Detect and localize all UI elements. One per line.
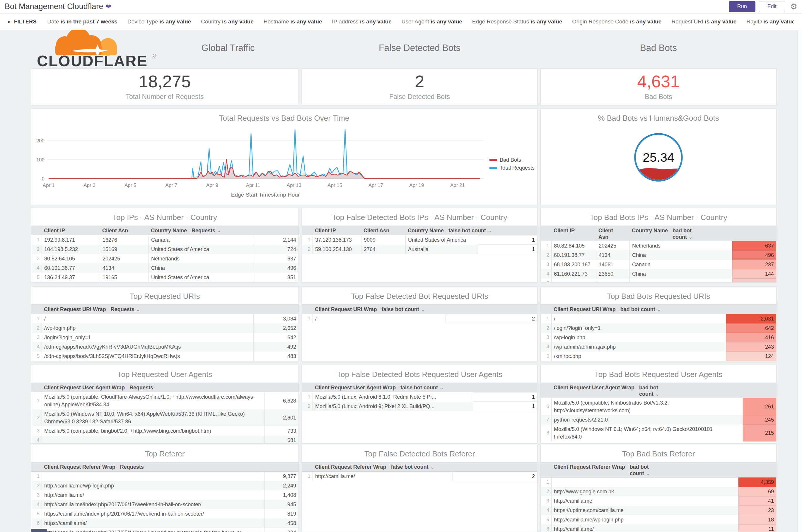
- table-row[interactable]: 2/wp-login.php2,652: [31, 323, 299, 333]
- column-header[interactable]: Requests ⌄: [108, 305, 153, 314]
- table-row[interactable]: 2104.198.5.23215169United States of Amer…: [31, 245, 299, 254]
- scrollbar-thumb[interactable]: [31, 529, 47, 532]
- gear-icon[interactable]: ⚙: [790, 2, 797, 12]
- vertical-scrollbar-track[interactable]: [798, 30, 802, 532]
- filter-condition: is any value: [431, 18, 462, 25]
- table-row[interactable]: 7http://camilia.me/index.php/2017/05/14/…: [31, 528, 299, 532]
- table-row[interactable]: 8Mozilla/5.0 (Windows NT 6.1; Win64; x64…: [541, 424, 776, 441]
- table-row[interactable]: 4http://camilia.me/index.php/2017/06/17/…: [31, 500, 299, 509]
- table-row[interactable]: 5136.24.49.3719165United States of Ameri…: [31, 273, 299, 282]
- table-row[interactable]: 3/wp-login.php416: [541, 333, 776, 342]
- table-title: Top Bad Bots IPs - AS Number - Country: [541, 208, 776, 226]
- table-row[interactable]: 3http://camilia.me41: [541, 496, 776, 506]
- column-header[interactable]: bad bot count ⌄: [627, 462, 666, 477]
- filter-item-ip-address[interactable]: IP address is any value: [332, 18, 392, 25]
- column-header[interactable]: Country Name: [405, 226, 446, 235]
- column-header[interactable]: Client Request URI Wrap: [42, 305, 108, 314]
- column-header[interactable]: Country Name: [149, 226, 189, 235]
- filter-item-user-agent[interactable]: User Agent is any value: [402, 18, 462, 25]
- column-header[interactable]: Requests ⌄: [189, 226, 234, 235]
- metric-cell: 2,144: [254, 235, 299, 245]
- table-row[interactable]: 5/cdn-cgi/apps/body/3Lh52SjWTQ4HRlErJykH…: [31, 352, 299, 361]
- column-header[interactable]: Client Request URI Wrap: [312, 305, 379, 314]
- table-row[interactable]: 2http://www.google.com.hk69: [541, 487, 776, 496]
- table-row[interactable]: 4/wp-admin/admin-ajax.php243: [541, 342, 776, 352]
- table-row[interactable]: 1Mozilla/5.0 (compatible; CloudFlare-Alw…: [31, 392, 299, 409]
- table-row[interactable]: 259.100.254.1302764Australia1: [302, 245, 537, 254]
- table-row[interactable]: 2Mozilla/5.0 (Linux; Android 9; Pixel 2 …: [302, 402, 537, 411]
- table-row[interactable]: 5/xmlrpc.php124: [541, 352, 776, 361]
- table-row[interactable]: 461.160.221.7323650China144: [541, 269, 776, 279]
- filter-item-request-uri[interactable]: Request URI is any value: [671, 18, 737, 25]
- table-row[interactable]: 6http://camilia.me/11: [541, 525, 776, 532]
- table-row[interactable]: 180.82.64.105202425Netherlands637: [541, 241, 776, 250]
- table-row[interactable]: 4681: [31, 436, 299, 443]
- table-row[interactable]: 3Mozilla/5.0 (compatible; bingbot/2.0; +…: [31, 426, 299, 436]
- column-header[interactable]: Country Name: [629, 226, 670, 241]
- legend-label[interactable]: Bad Bots: [500, 157, 521, 163]
- table-row[interactable]: 4https://uptime.com/camilia.me23: [541, 506, 776, 515]
- table-row[interactable]: 4/cdn-cgi/apps/head/xVgyKhR-vV3dAUGhMqfB…: [31, 342, 299, 352]
- column-header[interactable]: false bot count ⌄: [398, 383, 462, 392]
- column-header[interactable]: Client Request URI Wrap: [551, 305, 618, 314]
- table-row[interactable]: 137.120.138.1739009United States of Amer…: [302, 235, 537, 245]
- table-row[interactable]: 1/2,031: [541, 314, 776, 323]
- column-header[interactable]: Client IP: [551, 226, 596, 241]
- column-header[interactable]: bad bot count ⌄: [670, 226, 714, 241]
- table-row[interactable]: 2http://camilia.me/wp-login.php2,249: [31, 481, 299, 490]
- table-row[interactable]: 5https://camilia.me/index.php/2017/06/17…: [31, 509, 299, 518]
- table-row[interactable]: 3http://camilia.me/1,408: [31, 490, 299, 500]
- column-header[interactable]: Requests ⌄: [127, 383, 161, 392]
- table-row[interactable]: 260.191.38.774134China496: [541, 250, 776, 260]
- column-header[interactable]: Client Request Referer Wrap: [551, 462, 627, 477]
- filter-item-origin-response-code[interactable]: Origin Response Code is any value: [572, 18, 662, 25]
- filters-toggle[interactable]: ▸ FILTERS: [8, 19, 37, 25]
- filter-item-hostname[interactable]: Hostname is any value: [264, 18, 322, 25]
- filter-item-date[interactable]: Date is in the past 7 weeks: [47, 18, 117, 25]
- column-header[interactable]: Client Request Referer Wrap: [312, 462, 389, 471]
- column-header[interactable]: false bot count ⌄: [389, 462, 474, 471]
- column-header[interactable]: Client Request User Agent Wrap: [551, 383, 637, 398]
- column-header[interactable]: bad bot count ⌄: [637, 383, 670, 398]
- edit-button[interactable]: Edit: [759, 1, 785, 12]
- table-row[interactable]: 5: [541, 279, 776, 283]
- table-row[interactable]: 6https://camilia.me/458: [31, 518, 299, 528]
- table-row[interactable]: 7python-requests/2.21.0245: [541, 415, 776, 424]
- column-header[interactable]: Client Request User Agent Wrap: [312, 383, 398, 392]
- table-row[interactable]: 380.82.64.105202425Netherlands637: [31, 254, 299, 263]
- table-row[interactable]: 1Mozilla/5.0 (Linux; Android 8.1.0; Redm…: [302, 392, 537, 402]
- table-row[interactable]: 368.183.200.16714061Canada237: [541, 260, 776, 269]
- table-row[interactable]: 460.191.38.774134China496: [31, 263, 299, 273]
- column-header[interactable]: Client IP: [312, 226, 361, 235]
- column-header[interactable]: Client IP: [42, 226, 100, 235]
- data-cell: China: [629, 269, 732, 279]
- column-header[interactable]: Client Request Referer Wrap: [42, 462, 118, 471]
- filter-item-rayid[interactable]: RayID is any value: [746, 18, 794, 25]
- table-row[interactable]: 5http://camilia.me/wp-login.php18: [541, 515, 776, 525]
- data-cell: [629, 279, 732, 283]
- table-row[interactable]: 19,877: [31, 472, 299, 481]
- column-header[interactable]: Client Request User Agent Wrap: [42, 383, 127, 392]
- column-header[interactable]: false bot count ⌄: [446, 226, 505, 235]
- table-row[interactable]: 14,359: [541, 477, 776, 487]
- column-header[interactable]: Requests ⌄: [118, 462, 152, 471]
- sort-chevron-down-icon: ⌄: [419, 306, 425, 312]
- table-row[interactable]: 2/login/?login_only=1642: [541, 323, 776, 333]
- table-row[interactable]: 2Mozilla/5.0 (Windows NT 10.0; Win64; x6…: [31, 409, 299, 426]
- column-header[interactable]: Client Asn: [596, 226, 629, 241]
- column-header[interactable]: bad bot count ⌄: [618, 305, 668, 314]
- column-header[interactable]: Client Asn: [361, 226, 405, 235]
- table-row[interactable]: 1/3,084: [31, 314, 299, 323]
- filter-item-country[interactable]: Country is any value: [201, 18, 254, 25]
- column-header[interactable]: Client Asn: [100, 226, 149, 235]
- table-row[interactable]: 1192.99.8.17116276Canada2,144: [31, 235, 299, 245]
- table-row[interactable]: 1/2: [302, 314, 537, 323]
- run-button[interactable]: Run: [729, 1, 756, 12]
- column-header[interactable]: false bot count ⌄: [379, 305, 472, 314]
- table-row[interactable]: 6Mozilla/5.0 (compatible; Nimbostratus-B…: [541, 398, 776, 415]
- table-row[interactable]: 1http://camilia.me/2: [302, 472, 537, 481]
- table-row[interactable]: 3/login/?login_only=1642: [31, 333, 299, 342]
- filter-item-edge-response-status[interactable]: Edge Response Status is any value: [472, 18, 562, 25]
- legend-label[interactable]: Total Requests: [500, 165, 535, 171]
- filter-item-device-type[interactable]: Device Type is any value: [128, 18, 191, 25]
